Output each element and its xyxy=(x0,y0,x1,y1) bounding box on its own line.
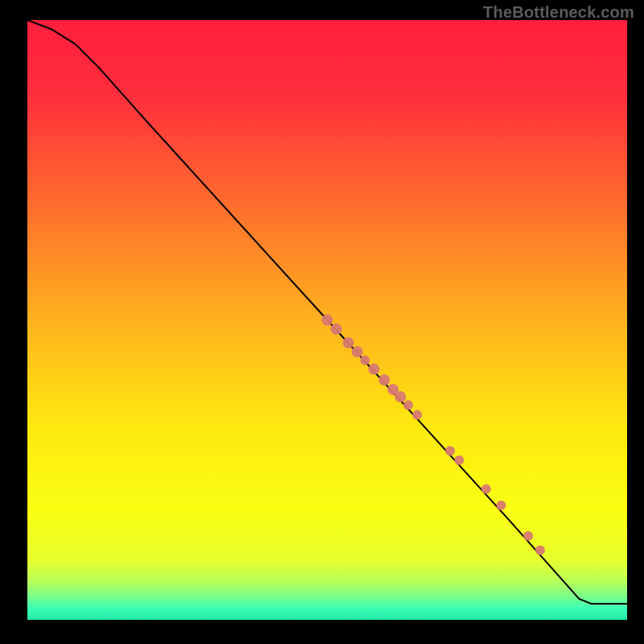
data-point xyxy=(331,324,342,335)
chart-frame: TheBottleneck.com xyxy=(0,0,644,644)
data-point xyxy=(369,364,380,375)
data-point xyxy=(481,485,491,494)
data-point xyxy=(322,315,333,326)
data-point xyxy=(403,400,413,410)
data-point xyxy=(454,456,464,465)
data-point xyxy=(394,391,406,402)
data-point xyxy=(497,501,506,510)
data-point xyxy=(412,410,422,419)
data-point xyxy=(523,531,533,541)
data-point xyxy=(352,346,363,357)
data-points xyxy=(322,315,546,555)
data-point xyxy=(360,355,369,365)
data-point xyxy=(535,546,545,555)
data-point xyxy=(378,374,390,386)
chart-svg xyxy=(27,20,627,620)
data-point xyxy=(343,337,354,349)
line-curve xyxy=(27,20,627,604)
watermark-text: TheBottleneck.com xyxy=(483,3,634,22)
plot-area xyxy=(27,20,627,620)
data-point xyxy=(445,446,455,456)
bottleneck-curve xyxy=(27,20,627,604)
